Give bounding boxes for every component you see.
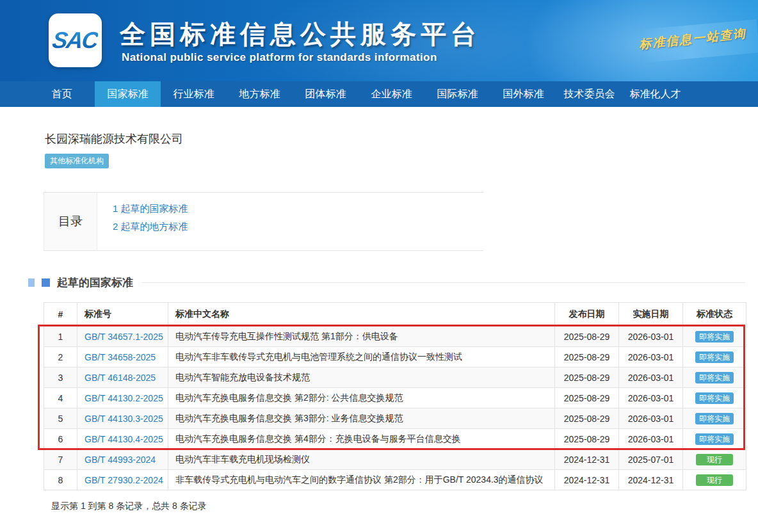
column-header: 标准号 (77, 303, 168, 326)
table-row: 2GB/T 34658-2025电动汽车非车载传导式充电机与电池管理系统之间的通… (44, 347, 746, 367)
standard-name: 电动汽车非车载传导式充电机与电池管理系统之间的通信协议一致性测试 (168, 347, 555, 367)
nav-item[interactable]: 团体标准 (293, 81, 359, 107)
table-row: 4GB/T 44130.2-2025电动汽车充换电服务信息交换 第2部分: 公共… (44, 388, 746, 408)
status-badge: 即将实施 (695, 331, 734, 343)
status-badge: 即将实施 (695, 413, 734, 424)
table-row: 7GB/T 44993-2024电动汽车非车载充电机现场检测仪2024-12-3… (44, 449, 746, 470)
implement-date: 2026-03-01 (619, 429, 683, 449)
column-header: 标准状态 (683, 303, 746, 326)
toc-link[interactable]: 1 起草的国家标准 (113, 203, 188, 215)
standards-table: #标准号标准中文名称发布日期实施日期标准状态 1GB/T 34657.1-202… (44, 302, 746, 490)
publish-date: 2024-12-31 (555, 470, 619, 490)
org-type-badge: 其他标准化机构 (45, 154, 109, 168)
standard-number-cell: GB/T 34658-2025 (77, 347, 168, 367)
status-cell: 即将实施 (683, 367, 746, 388)
company-name: 长园深瑞能源技术有限公司 (45, 131, 758, 147)
nav-item[interactable]: 国外标准 (490, 81, 556, 107)
row-index: 7 (44, 449, 77, 470)
standard-number-cell: GB/T 46148-2025 (77, 367, 168, 388)
nav-item[interactable]: 国际标准 (424, 81, 490, 107)
nav-item[interactable]: 行业标准 (161, 81, 227, 107)
standard-name: 电动汽车充换电服务信息交换 第4部分：充换电设备与服务平台信息交换 (168, 429, 555, 449)
nav-item[interactable]: 首页 (29, 81, 95, 107)
status-cell: 即将实施 (683, 326, 746, 347)
standard-number-link[interactable]: GB/T 44130.4-2025 (85, 434, 163, 444)
status-cell: 即将实施 (683, 408, 746, 429)
status-cell: 即将实施 (683, 429, 746, 449)
implement-date: 2026-03-01 (619, 367, 683, 388)
column-header: 标准中文名称 (168, 303, 555, 326)
standard-name: 非车载传导式充电机与电动汽车之间的数字通信协议 第2部分：用于GB/T 2023… (168, 470, 555, 490)
toc-link[interactable]: 2 起草的地方标准 (113, 221, 188, 233)
row-index: 4 (44, 388, 77, 408)
publish-date: 2025-08-29 (555, 367, 619, 388)
publish-date: 2025-08-29 (555, 408, 619, 429)
toc-links: 1 起草的国家标准2 起草的地方标准 (97, 193, 188, 250)
row-index: 5 (44, 408, 77, 429)
site-title: 全国标准信息公共服务平台 (120, 17, 481, 52)
standard-number-cell: GB/T 34657.1-2025 (77, 326, 168, 347)
table-row: 6GB/T 44130.4-2025电动汽车充换电服务信息交换 第4部分：充换电… (44, 429, 746, 449)
nav-item[interactable]: 地方标准 (227, 81, 293, 107)
row-index: 2 (44, 347, 77, 367)
sac-logo[interactable]: SAC (49, 13, 102, 67)
column-header: 实施日期 (619, 303, 683, 326)
standard-name: 电动汽车充换电服务信息交换 第2部分: 公共信息交换规范 (168, 388, 555, 408)
implement-date: 2026-03-01 (619, 388, 683, 408)
standard-number-cell: GB/T 44130.3-2025 (77, 408, 168, 429)
standards-table-container: #标准号标准中文名称发布日期实施日期标准状态 1GB/T 34657.1-202… (44, 302, 746, 490)
standard-name: 电动汽车充换电服务信息交换 第3部分: 业务信息交换规范 (168, 408, 555, 429)
standards-table-body: 1GB/T 34657.1-2025电动汽车传导充电互操作性测试规范 第1部分：… (44, 326, 746, 490)
section-divider (142, 282, 745, 283)
status-cell: 即将实施 (683, 347, 746, 367)
standard-number-cell: GB/T 44130.4-2025 (77, 429, 168, 449)
publish-date: 2025-08-29 (555, 429, 619, 449)
implement-date: 2025-07-01 (619, 449, 683, 470)
row-index: 3 (44, 367, 77, 388)
standard-number-cell: GB/T 27930.2-2024 (77, 470, 168, 490)
row-index: 1 (44, 326, 77, 347)
nav-item[interactable]: 国家标准 (95, 81, 161, 107)
row-index: 8 (44, 470, 77, 490)
publish-date: 2025-08-29 (555, 388, 619, 408)
table-row: 5GB/T 44130.3-2025电动汽车充换电服务信息交换 第3部分: 业务… (44, 408, 746, 429)
table-row: 8GB/T 27930.2-2024非车载传导式充电机与电动汽车之间的数字通信协… (44, 470, 746, 490)
publish-date: 2024-12-31 (555, 449, 619, 470)
nav-item[interactable]: 标准化人才 (622, 81, 688, 107)
status-cell: 即将实施 (683, 388, 746, 408)
nav-item[interactable]: 企业标准 (359, 81, 424, 107)
status-badge: 即将实施 (695, 433, 734, 445)
implement-date: 2026-03-01 (619, 326, 683, 347)
column-header: 发布日期 (555, 303, 619, 326)
standard-number-cell: GB/T 44993-2024 (77, 449, 168, 470)
section-marker-icon (42, 278, 50, 287)
implement-date: 2026-03-01 (619, 408, 683, 429)
table-header-row: #标准号标准中文名称发布日期实施日期标准状态 (44, 303, 746, 326)
standard-number-link[interactable]: GB/T 44130.2-2025 (85, 393, 163, 403)
row-index: 6 (44, 429, 77, 449)
standard-name: 电动汽车智能充放电设备技术规范 (168, 367, 555, 388)
implement-date: 2026-03-01 (619, 347, 683, 367)
standard-number-link[interactable]: GB/T 34658-2025 (85, 352, 156, 362)
standard-number-link[interactable]: GB/T 44130.3-2025 (85, 414, 163, 424)
main-nav: 首页国家标准行业标准地方标准团体标准企业标准国际标准国外标准技术委员会标准化人才 (0, 81, 758, 107)
standard-name: 电动汽车非车载充电机现场检测仪 (168, 449, 555, 470)
status-cell: 现行 (683, 449, 746, 470)
toc-title: 目录 (44, 193, 97, 250)
sac-logo-text: SAC (51, 27, 100, 54)
standard-number-link[interactable]: GB/T 44993-2024 (85, 455, 156, 465)
status-badge: 现行 (696, 474, 733, 486)
site-header: SAC 全国标准信息公共服务平台 National public service… (0, 0, 758, 81)
section-title: 起草的国家标准 (57, 275, 133, 290)
nav-item[interactable]: 技术委员会 (556, 81, 622, 107)
table-row: 1GB/T 34657.1-2025电动汽车传导充电互操作性测试规范 第1部分：… (44, 326, 746, 347)
publish-date: 2025-08-29 (555, 326, 619, 347)
records-summary: 显示第 1 到第 8 条记录，总共 8 条记录 (51, 501, 758, 512)
standard-number-link[interactable]: GB/T 46148-2025 (85, 373, 156, 383)
status-badge: 即将实施 (695, 372, 734, 383)
site-subtitle: National public service platform for sta… (122, 51, 437, 64)
standard-number-link[interactable]: GB/T 34657.1-2025 (85, 332, 163, 342)
table-row: 3GB/T 46148-2025电动汽车智能充放电设备技术规范2025-08-2… (44, 367, 746, 388)
standard-number-link[interactable]: GB/T 27930.2-2024 (85, 475, 163, 485)
status-cell: 现行 (683, 470, 746, 490)
